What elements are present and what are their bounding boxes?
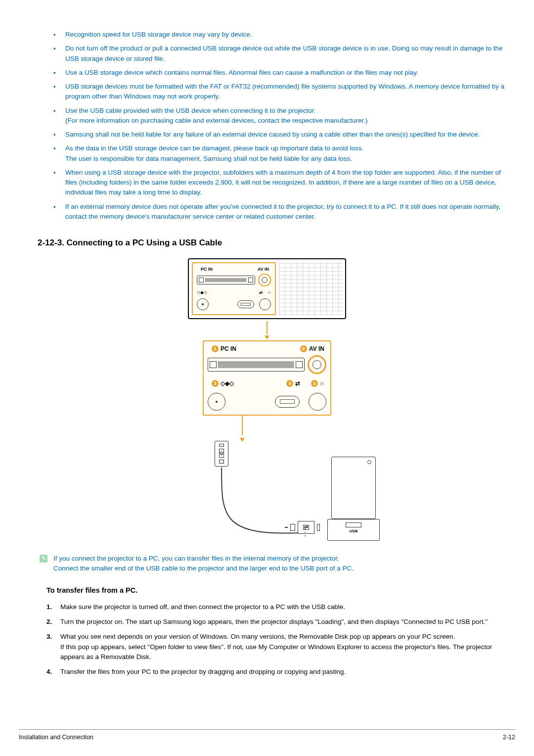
headphone-icon: ∩ — [268, 289, 271, 296]
diagram-usb-connection: PC IN AV IN ◇◆◇ ⇄ ∩ — [148, 258, 386, 542]
list-item: Recognition speed for USB storage device… — [53, 30, 505, 40]
audio-diamond-large-icon: ◇◆◇ — [221, 380, 234, 387]
usb-mini-plug-icon: ψ — [215, 441, 228, 467]
info-note: ✎ If you connect the projector to a PC, … — [40, 554, 505, 574]
av-port-icon — [258, 274, 271, 286]
step-item: 4. Transfer the files from your PC to th… — [46, 667, 505, 677]
page-footer: Installation and Connection 2-12 — [19, 729, 515, 742]
usb-glyph-large-icon: ⇄ — [295, 380, 300, 387]
step-item: 1. Make sure the projector is turned off… — [46, 602, 505, 612]
transfer-steps: 1. Make sure the projector is turned off… — [46, 602, 505, 677]
arrow-head-icon — [265, 335, 269, 339]
headphone-large-icon: ∩ — [320, 380, 324, 387]
badge-5-icon: 5 — [311, 380, 318, 387]
section-title: 2-12-3. Connecting to a PC Using a USB C… — [38, 236, 515, 249]
av-in-label: AV IN — [258, 266, 269, 273]
footer-left: Installation and Connection — [19, 733, 93, 742]
pc-usb-slot-icon — [346, 522, 361, 527]
badge-2-icon: 2 — [300, 345, 307, 352]
usb-a-plug-icon: ⇄ — [285, 521, 320, 534]
list-item: Do not turn off the product or pull a co… — [53, 44, 505, 64]
pc-in-label: PC IN — [201, 266, 213, 273]
pc-usb-label: USB — [350, 528, 358, 534]
audio-diamond-icon: ◇◆◇ — [197, 289, 207, 296]
badge-1-icon: 1 — [212, 345, 219, 352]
note-line-2: Connect the smaller end of the USB cable… — [53, 564, 354, 573]
sub-heading: To transfer files from a PC. — [46, 585, 515, 596]
note-icon: ✎ — [40, 555, 47, 563]
footer-right: 2-12 — [503, 733, 515, 742]
pc-in-label-large: PC IN — [221, 345, 236, 352]
usb-port-large-icon — [275, 396, 300, 408]
step-number: 1. — [46, 602, 55, 612]
list-item: Use a USB storage device which contains … — [53, 68, 505, 78]
step-text: What you see next depends on your versio… — [60, 632, 505, 662]
list-item: Samsung shall not be held liable for any… — [53, 130, 505, 140]
rear-panel-large: 1PC IN 2AV IN 3◇◆◇ 4⇄ 5∩ — [203, 340, 331, 416]
arrow-down-icon — [267, 321, 267, 334]
vga-port-large-icon — [208, 358, 305, 372]
badge-4-icon: 4 — [286, 380, 293, 387]
av-in-label-large: AV IN — [309, 345, 324, 352]
usb-glyph-icon: ⇄ — [259, 289, 263, 296]
step-number: 2. — [46, 617, 55, 627]
step-text: Turn the projector on. The start up Sams… — [60, 617, 488, 627]
port-dots-icon — [305, 525, 308, 537]
step-number: 4. — [46, 667, 55, 677]
badge-3-icon: 3 — [212, 380, 219, 387]
step-number: 3. — [46, 632, 55, 662]
pc-base-icon: USB — [327, 519, 380, 541]
list-item: When using a USB storage device with the… — [53, 168, 505, 198]
cable-diagram: ψ ⇄ USB — [148, 443, 386, 542]
step-item: 2. Turn the projector on. The start up S… — [46, 617, 505, 627]
av-port-large-icon — [308, 355, 326, 374]
rear-panel-small: PC IN AV IN ◇◆◇ ⇄ ∩ — [188, 258, 346, 319]
vga-port-icon — [197, 276, 255, 284]
headphone-jack-large-icon — [309, 393, 326, 411]
arrow-head-large-icon — [240, 438, 245, 442]
note-line-1: If you connect the projector to a PC, yo… — [53, 554, 354, 564]
pc-tower-icon — [331, 457, 376, 519]
list-item: As the data in the USB storage device ca… — [53, 143, 505, 164]
usb-port-icon — [237, 300, 254, 308]
list-item: If an external memory device does not op… — [53, 202, 505, 222]
arrow-down-large-icon — [242, 416, 243, 435]
vent-grille-icon — [279, 262, 342, 315]
headphone-jack-icon — [259, 298, 271, 310]
list-item: USB storage devices must be formatted wi… — [53, 82, 505, 102]
step-text: Make sure the projector is turned off, a… — [60, 602, 345, 612]
audio-jack-large-icon — [208, 393, 225, 411]
list-item: Use the USB cable provided with the USB … — [53, 106, 505, 126]
audio-jack-icon — [197, 298, 209, 310]
usb-notes-list: Recognition speed for USB storage device… — [53, 30, 505, 222]
step-text: Transfer the files from your PC to the p… — [60, 667, 346, 677]
step-item: 3. What you see next depends on your ver… — [46, 632, 505, 662]
